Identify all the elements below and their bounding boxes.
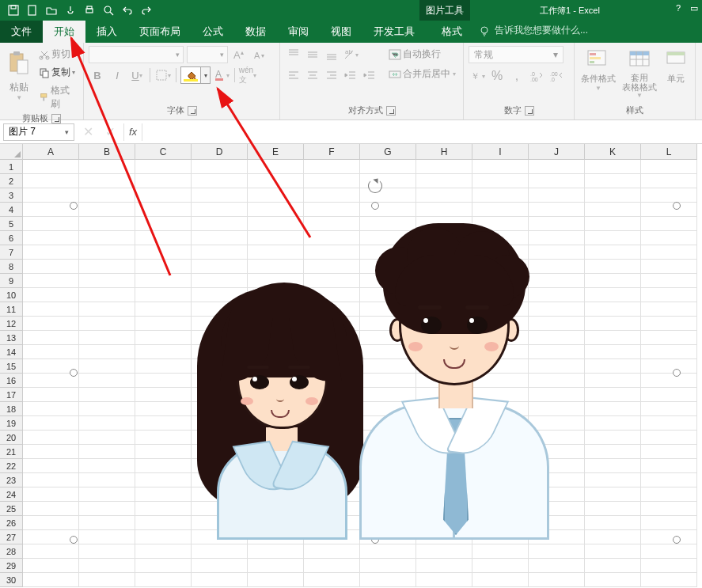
row-header[interactable]: 30	[0, 573, 23, 587]
resize-handle-ml[interactable]	[70, 369, 78, 377]
cell[interactable]	[585, 544, 641, 559]
row-header[interactable]: 28	[0, 544, 23, 559]
increase-decimal-icon[interactable]: .0.00	[528, 67, 545, 85]
copy-button[interactable]: 复制▾	[36, 64, 78, 81]
row-header[interactable]: 2	[0, 174, 23, 188]
formula-input[interactable]	[147, 123, 699, 141]
cell[interactable]	[23, 288, 79, 302]
row-header[interactable]: 23	[0, 473, 23, 487]
cell[interactable]	[472, 544, 529, 559]
border-button[interactable]: ▾	[154, 66, 172, 84]
row-header[interactable]: 6	[0, 231, 23, 245]
cell[interactable]	[248, 573, 304, 587]
cell[interactable]	[641, 573, 697, 587]
help-icon[interactable]: ?	[670, 0, 686, 16]
row-header[interactable]: 3	[0, 188, 23, 203]
align-left-icon[interactable]	[285, 66, 302, 84]
tab-format[interactable]: 格式	[431, 21, 473, 43]
row-header[interactable]: 17	[0, 388, 23, 402]
row-header[interactable]: 26	[0, 516, 23, 530]
cell[interactable]	[23, 331, 79, 345]
cell[interactable]	[79, 188, 135, 203]
percent-icon[interactable]: %	[488, 67, 506, 85]
italic-button[interactable]: I	[108, 66, 126, 84]
column-header[interactable]: G	[360, 144, 416, 160]
number-launcher[interactable]	[525, 106, 534, 116]
cell[interactable]	[23, 174, 79, 188]
cell[interactable]	[23, 160, 79, 174]
align-center-icon[interactable]	[304, 66, 321, 84]
cell[interactable]	[135, 188, 192, 203]
tab-layout[interactable]: 页面布局	[128, 21, 192, 43]
cell[interactable]	[248, 544, 304, 559]
row-header[interactable]: 4	[0, 203, 23, 217]
cell[interactable]	[360, 188, 416, 203]
cell[interactable]	[23, 245, 79, 260]
decrease-font-icon[interactable]: A▾	[252, 46, 269, 63]
cell[interactable]	[416, 174, 472, 188]
cell[interactable]	[304, 160, 360, 174]
cell[interactable]	[23, 487, 79, 502]
enter-icon[interactable]: ✓	[101, 123, 119, 141]
cell[interactable]	[416, 544, 472, 559]
cell[interactable]	[79, 544, 135, 559]
cell[interactable]	[79, 559, 135, 573]
cell[interactable]	[23, 559, 79, 573]
cell[interactable]	[135, 544, 192, 559]
row-header[interactable]: 25	[0, 502, 23, 516]
column-header[interactable]: J	[529, 144, 585, 160]
number-format-combo[interactable]: 常规▾	[469, 46, 563, 63]
resize-handle-mr[interactable]	[673, 369, 681, 377]
column-header[interactable]: C	[135, 144, 192, 160]
cell[interactable]	[472, 174, 529, 188]
cell[interactable]	[304, 573, 360, 587]
resize-handle-tm[interactable]	[371, 202, 379, 210]
cell[interactable]	[529, 573, 585, 587]
cell[interactable]	[472, 559, 529, 573]
cell[interactable]	[472, 573, 529, 587]
cell[interactable]	[248, 188, 304, 203]
cell-styles-button[interactable]: 单元	[662, 46, 690, 85]
cell[interactable]	[192, 160, 248, 174]
row-header[interactable]: 8	[0, 260, 23, 274]
new-icon[interactable]	[24, 2, 41, 19]
cell[interactable]	[23, 416, 79, 431]
format-as-table-button[interactable]: 套用 表格格式▼	[620, 46, 658, 99]
row-header[interactable]: 15	[0, 359, 23, 374]
print-icon[interactable]	[81, 2, 98, 19]
tab-home[interactable]: 开始	[43, 21, 85, 43]
open-icon[interactable]	[43, 2, 60, 19]
cell[interactable]	[23, 544, 79, 559]
cell[interactable]	[304, 559, 360, 573]
column-header[interactable]: I	[472, 144, 529, 160]
row-header[interactable]: 12	[0, 317, 23, 331]
cell[interactable]	[304, 174, 360, 188]
cell[interactable]	[248, 559, 304, 573]
row-header[interactable]: 22	[0, 459, 23, 473]
font-launcher[interactable]	[188, 106, 197, 116]
column-header[interactable]: B	[79, 144, 135, 160]
tab-review[interactable]: 审阅	[277, 21, 320, 43]
cell[interactable]	[23, 188, 79, 203]
underline-button[interactable]: U▾	[128, 66, 146, 84]
selected-picture[interactable]	[74, 206, 677, 540]
cell[interactable]	[79, 573, 135, 587]
cell[interactable]	[248, 160, 304, 174]
cell[interactable]	[23, 502, 79, 516]
column-header[interactable]: K	[585, 144, 641, 160]
cell[interactable]	[360, 544, 416, 559]
cell[interactable]	[641, 174, 697, 188]
column-header[interactable]: H	[416, 144, 472, 160]
row-header[interactable]: 13	[0, 331, 23, 345]
cell[interactable]	[529, 160, 585, 174]
cell[interactable]	[192, 559, 248, 573]
cell[interactable]	[23, 573, 79, 587]
tab-data[interactable]: 数据	[234, 21, 277, 43]
row-header[interactable]: 19	[0, 416, 23, 431]
cell[interactable]	[304, 544, 360, 559]
cell[interactable]	[23, 217, 79, 231]
cell[interactable]	[23, 402, 79, 416]
cell[interactable]	[192, 573, 248, 587]
rotate-handle[interactable]	[368, 179, 382, 193]
column-header[interactable]: F	[304, 144, 360, 160]
